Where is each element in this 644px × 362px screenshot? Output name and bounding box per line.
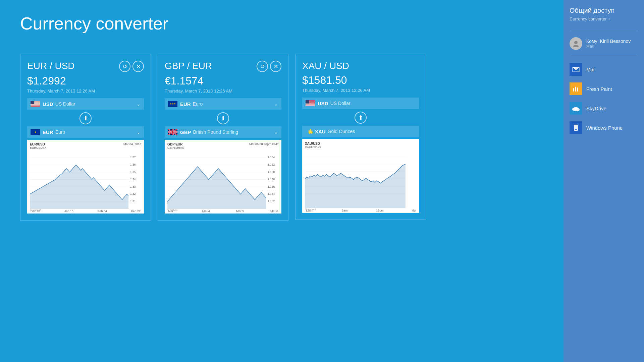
svg-rect-51 <box>306 104 315 105</box>
divider-2 <box>570 56 638 56</box>
chevron-4[interactable]: ⌄ <box>274 129 278 135</box>
chart-date-1: Mar 04, 2013 <box>123 142 141 149</box>
swap-button-3[interactable]: ⬆ <box>355 112 367 124</box>
card-value-1: $1.2992 <box>27 75 144 87</box>
panel-subtitle: Currency converter + <box>570 16 638 21</box>
refresh-button-1[interactable]: ↺ <box>119 61 130 72</box>
panel-title: Общий доступ <box>570 7 638 14</box>
app-row-winphone[interactable]: Windows Phone <box>570 118 638 137</box>
close-button-1[interactable]: ✕ <box>132 61 144 72</box>
app-name-mail: Mail <box>586 67 596 72</box>
app-row-freshpaint[interactable]: Fresh Paint <box>570 79 638 99</box>
bottom-name-1: Euro <box>55 129 137 135</box>
svg-rect-10 <box>31 106 40 106</box>
svg-text:1.36: 1.36 <box>130 163 136 166</box>
svg-rect-66 <box>573 88 574 92</box>
card-icons-2: ↺ ✕ <box>257 61 281 72</box>
bottom-selector-1[interactable]: ★ EUR Euro ⌄ <box>27 126 144 138</box>
chart-svg-1: 1.37 1.36 1.35 1.34 1.33 1.32 1.31 <box>30 150 141 209</box>
us-flag-1 <box>31 101 40 107</box>
svg-text:1.162: 1.162 <box>268 163 275 166</box>
close-button-2[interactable]: ✕ <box>270 61 281 72</box>
svg-text:1.32: 1.32 <box>130 192 136 196</box>
bottom-name-2: British Pound Sterling <box>193 129 274 135</box>
card-pair-2: GBP / EUR <box>165 61 212 71</box>
divider-1 <box>570 31 638 31</box>
swap-button-2[interactable]: ⬆ <box>217 112 229 124</box>
cards-container: EUR / USD ↺ ✕ $1.2992 Thursday, March 7,… <box>20 54 543 221</box>
top-selector-2[interactable]: ★★★ EUR Euro ⌄ <box>165 98 281 110</box>
svg-rect-49 <box>306 104 315 104</box>
svg-point-62 <box>574 41 578 44</box>
us-flag-3 <box>306 100 315 106</box>
top-selector-3[interactable]: USD US Dollar <box>302 98 419 109</box>
svg-rect-54 <box>306 106 315 106</box>
svg-text:1.35: 1.35 <box>130 170 136 174</box>
user-row[interactable]: Кому: Kirill Bessonov Mail <box>570 35 638 53</box>
card-value-2: €1.1574 <box>165 75 281 87</box>
top-name-1: US Dollar <box>55 101 137 107</box>
card-pair-3: XAU / USD <box>302 61 349 71</box>
chart-3: XAU/USD XAUUSD=X <box>302 139 419 213</box>
svg-text:1.154: 1.154 <box>268 192 275 196</box>
card-value-3: $1581.50 <box>302 74 419 86</box>
svg-rect-68 <box>577 87 578 92</box>
refresh-button-2[interactable]: ↺ <box>257 61 268 72</box>
app-name-skydrive: SkyDrive <box>586 106 606 111</box>
bottom-code-2: GBP <box>180 129 191 135</box>
svg-text:1.160: 1.160 <box>268 170 275 174</box>
swap-row-2: ⬆ <box>165 110 281 126</box>
swap-row-1: ⬆ <box>27 110 144 126</box>
svg-text:1.31: 1.31 <box>130 199 136 203</box>
swap-button-1[interactable]: ⬆ <box>79 112 92 124</box>
chevron-3[interactable]: ⌄ <box>274 101 278 107</box>
chart-x-labels-3: 12am6am12pm6p <box>305 209 416 212</box>
user-name: Кому: Kirill Bessonov <box>586 39 631 44</box>
chart-pair-label-1: EUR/USD <box>30 142 46 146</box>
bottom-selector-2[interactable]: GBP British Pound Sterling ⌄ <box>165 126 281 138</box>
svg-rect-9 <box>31 105 40 105</box>
app-name-winphone: Windows Phone <box>586 125 623 131</box>
chart-x-labels-1: Dec 26Jan 15Feb 04Feb 22 <box>30 209 141 213</box>
card-header-3: XAU / USD <box>302 61 419 71</box>
chart-ticker-2: GBPEUR=X <box>167 146 184 149</box>
chart-pair-label-2: GBP/EUR <box>167 142 184 146</box>
card-eurusd: EUR / USD ↺ ✕ $1.2992 Thursday, March 7,… <box>20 54 151 221</box>
chart-yahoo-1: © Yahoo! <box>30 208 41 212</box>
svg-rect-12 <box>31 107 40 107</box>
bottom-code-1: EUR <box>43 129 53 135</box>
app-row-mail[interactable]: Mail <box>570 60 638 79</box>
card-date-1: Thursday, March 7, 2013 12:26 AM <box>27 88 144 94</box>
chart-pair-label-3: XAU/USD <box>305 142 321 145</box>
skydrive-icon <box>570 102 582 115</box>
bottom-selector-3[interactable]: 🌟 XAU Gold Ounces <box>302 126 419 137</box>
svg-rect-52 <box>306 105 315 105</box>
gold-icon-3: 🌟 <box>306 128 315 134</box>
chevron-1[interactable]: ⌄ <box>137 101 141 107</box>
top-code-1: USD <box>43 101 53 107</box>
svg-text:1.33: 1.33 <box>130 185 136 188</box>
top-selector-1[interactable]: USD US Dollar ⌄ <box>27 98 144 110</box>
right-panel: Общий доступ Currency converter + Кому: … <box>564 0 644 362</box>
avatar <box>570 37 582 50</box>
card-date-2: Thursday, March 7, 2013 12:26 AM <box>165 88 281 94</box>
winphone-icon <box>570 121 582 134</box>
app-row-skydrive[interactable]: SkyDrive <box>570 99 638 118</box>
chart-yahoo-2: © Yahoo! <box>167 208 178 212</box>
svg-point-72 <box>574 107 578 110</box>
svg-text:1.37: 1.37 <box>130 156 136 159</box>
eu-flag-2: ★★★ <box>168 101 177 107</box>
card-gbpeur: GBP / EUR ↺ ✕ €1.1574 Thursday, March 7,… <box>158 54 288 221</box>
mail-icon <box>570 63 582 76</box>
page-title: Currency converter <box>20 13 543 34</box>
chart-ticker-1: EURUSD=X <box>30 146 46 149</box>
svg-text:1.158: 1.158 <box>268 177 275 181</box>
eu-flag-1: ★ <box>31 129 40 135</box>
svg-text:1.156: 1.156 <box>268 185 275 188</box>
chart-1: EUR/USD EURUSD=X Mar 04, 2013 <box>27 140 144 214</box>
svg-rect-67 <box>575 87 576 92</box>
chevron-2[interactable]: ⌄ <box>137 129 141 135</box>
card-icons-1: ↺ ✕ <box>119 61 144 72</box>
bottom-name-3: Gold Ounces <box>328 129 416 134</box>
top-code-3: USD <box>318 101 328 106</box>
